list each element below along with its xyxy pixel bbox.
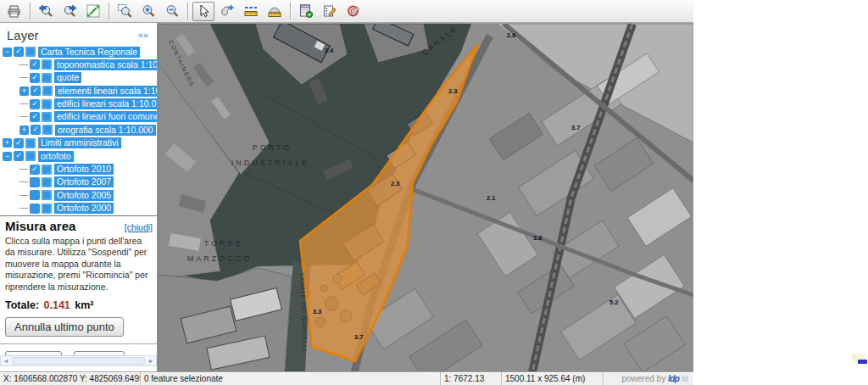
- layer-tree-item[interactable]: ✓toponomastica scala 1:10: [3, 59, 157, 70]
- measure-area-button[interactable]: [264, 2, 286, 21]
- edit-feature-button[interactable]: [319, 2, 341, 21]
- layer-visibility-checkbox[interactable]: [30, 190, 40, 200]
- zoom-box-button[interactable]: [114, 2, 136, 21]
- layer-visibility-checkbox[interactable]: ✓: [30, 165, 40, 175]
- layer-label[interactable]: quote: [54, 72, 81, 83]
- layer-tree-item[interactable]: +✓elementi lineari scala 1:10: [3, 85, 157, 97]
- zoom-previous-button[interactable]: [35, 2, 57, 21]
- map-place-label: TORRE: [204, 239, 243, 248]
- layer-tree-item[interactable]: +✓Limiti amministrativi: [3, 137, 157, 149]
- map-viewport[interactable]: CANALEPORTOINDUSTRIALETORREMARZOCCOCONTA…: [158, 23, 693, 371]
- layer-visibility-checkbox[interactable]: ✓: [31, 125, 41, 135]
- layer-tree-item[interactable]: ✓quote: [3, 72, 157, 84]
- scroll-left-arrow-icon[interactable]: ◄: [1, 356, 11, 365]
- layer-tree-item[interactable]: ✓edifici lineari scala 1:10.0: [3, 98, 157, 110]
- measure-instructions: Clicca sulla mappa i punti dell'area da …: [5, 236, 153, 293]
- layer-visibility-checkbox[interactable]: [30, 177, 40, 187]
- layer-visibility-checkbox[interactable]: ✓: [30, 59, 40, 70]
- layer-label[interactable]: edifici lineari fuori comune: [54, 111, 158, 122]
- zoom-full-extent-button[interactable]: [82, 2, 104, 21]
- layer-tree-item[interactable]: +✓orografia scala 1:10.000: [3, 124, 157, 136]
- spot-height-label: 2.3: [448, 87, 457, 95]
- layer-tree-item[interactable]: ✓edifici lineari fuori comune: [3, 111, 157, 123]
- print-icon: [7, 3, 22, 19]
- layer-label[interactable]: Ortofoto 2010: [54, 164, 114, 175]
- brand-logo-suffix: lo: [679, 374, 688, 383]
- pointer-icon: [196, 3, 211, 19]
- total-unit: km²: [75, 299, 93, 311]
- scroll-right-arrow-icon[interactable]: ►: [146, 356, 156, 365]
- selected-features-readout: 0 feature selezionate: [141, 372, 441, 385]
- clipped-logo-fragment: [858, 360, 867, 364]
- layer-type-icon: [42, 125, 53, 135]
- layer-label[interactable]: toponomastica scala 1:10: [54, 59, 158, 70]
- layer-visibility-checkbox[interactable]: ✓: [30, 99, 40, 109]
- zoom-in-icon: [141, 3, 156, 19]
- layer-visibility-checkbox[interactable]: ✓: [30, 112, 40, 122]
- edit-feature-icon: [322, 3, 337, 19]
- expand-node-icon[interactable]: +: [3, 138, 12, 148]
- layer-tree-item[interactable]: Ortofoto 2000: [3, 203, 157, 215]
- print-button[interactable]: [3, 2, 25, 21]
- panel-horizontal-scrollbar[interactable]: ◄ ►: [0, 355, 157, 366]
- layer-tree-item[interactable]: Ortofoto 2005: [3, 189, 157, 201]
- zoom-out-icon: [164, 3, 180, 19]
- layer-visibility-checkbox[interactable]: ✓: [14, 47, 24, 57]
- layer-label[interactable]: Ortofoto 2007: [54, 176, 114, 187]
- toolbar-separator: [290, 3, 291, 20]
- panel-collapse-button[interactable]: ««: [136, 29, 150, 42]
- layer-tree-item[interactable]: −✓Carta Tecnica Regionale: [3, 46, 157, 58]
- layer-label[interactable]: elementi lineari scala 1:10: [55, 86, 158, 97]
- layer-label[interactable]: Ortofoto 2000: [54, 203, 114, 214]
- redline-button[interactable]: [342, 2, 364, 21]
- layer-type-icon: [25, 151, 36, 161]
- layer-type-icon: [42, 59, 52, 70]
- add-selection-button[interactable]: [216, 2, 238, 21]
- layer-tree-item[interactable]: −✓ortofoto: [3, 150, 157, 162]
- total-label: Totale:: [5, 299, 39, 311]
- layer-tree-item[interactable]: ✓Ortofoto 2010: [3, 164, 157, 176]
- layer-label[interactable]: Ortofoto 2005: [54, 190, 114, 201]
- expand-node-icon[interactable]: +: [19, 86, 29, 96]
- collapse-node-icon[interactable]: −: [3, 47, 12, 57]
- layer-type-icon: [42, 73, 52, 83]
- zoom-full-extent-icon: [86, 3, 101, 19]
- layer-label[interactable]: orografia scala 1:10.000: [55, 125, 156, 136]
- pointer-select-button[interactable]: [192, 2, 214, 21]
- toolbar-separator: [30, 3, 31, 20]
- undo-last-point-button[interactable]: Annulla ultimo punto: [5, 317, 124, 337]
- layer-visibility-checkbox[interactable]: ✓: [14, 151, 24, 161]
- measure-panel-title: Misura area: [5, 219, 75, 233]
- layer-visibility-checkbox[interactable]: ✓: [31, 86, 41, 96]
- zoom-next-button[interactable]: [58, 2, 81, 21]
- collapse-node-icon[interactable]: −: [3, 152, 12, 161]
- southwest-dock: [158, 268, 292, 372]
- zoom-box-icon: [117, 3, 132, 19]
- map-canvas[interactable]: CANALEPORTOINDUSTRIALETORREMARZOCCOCONTA…: [158, 24, 693, 372]
- layer-panel-title: Layer: [7, 28, 39, 42]
- gis-application-window: Layer «« −✓Carta Tecnica Regionale✓topon…: [0, 0, 693, 385]
- panel-divider: [0, 343, 158, 344]
- measure-distance-button[interactable]: [240, 2, 262, 21]
- tree-connector: [19, 181, 28, 182]
- toolbar-separator: [108, 3, 109, 20]
- layer-label[interactable]: Carta Tecnica Regionale: [38, 47, 140, 58]
- tree-connector: [19, 169, 28, 170]
- layer-tree-item[interactable]: Ortofoto 2007: [3, 176, 157, 188]
- zoom-in-button[interactable]: [137, 2, 159, 21]
- attribute-table-button[interactable]: [295, 2, 317, 21]
- layer-label[interactable]: edifici lineari scala 1:10.0: [54, 98, 158, 109]
- expand-node-icon[interactable]: +: [19, 126, 29, 135]
- close-panel-link[interactable]: [chiudi]: [125, 222, 153, 232]
- layer-visibility-checkbox[interactable]: [30, 204, 40, 214]
- layer-label[interactable]: ortofoto: [38, 151, 74, 162]
- layer-visibility-checkbox[interactable]: ✓: [14, 138, 24, 148]
- map-place-label: MARZOCCO: [187, 254, 253, 263]
- scrollbar-thumb[interactable]: [12, 357, 145, 365]
- map-place-label: INDUSTRIALE: [231, 159, 310, 167]
- layer-type-icon: [42, 112, 52, 122]
- zoom-next-icon: [62, 3, 77, 19]
- layer-label[interactable]: Limiti amministrativi: [38, 137, 121, 148]
- zoom-out-button[interactable]: [161, 2, 183, 21]
- layer-visibility-checkbox[interactable]: ✓: [30, 73, 40, 83]
